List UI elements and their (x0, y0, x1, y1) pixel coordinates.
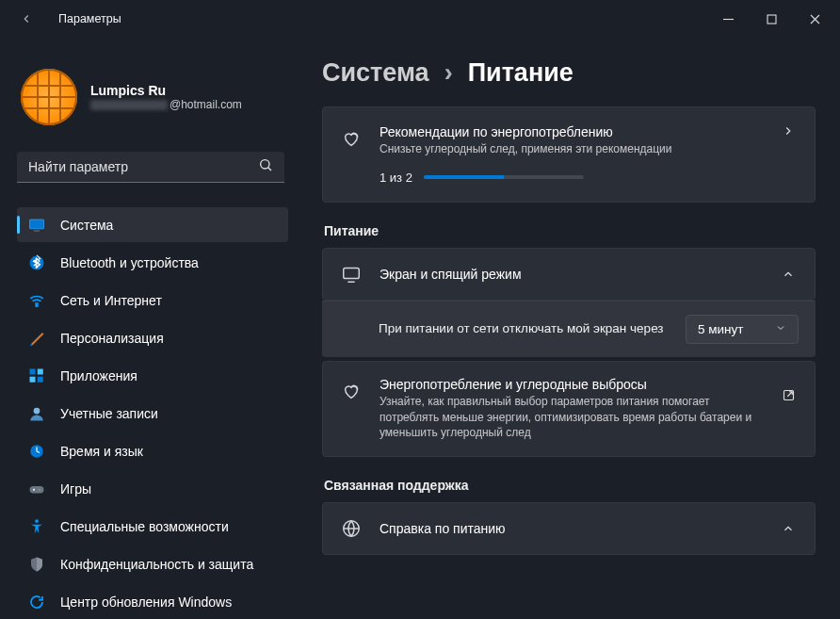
svg-point-11 (34, 407, 40, 414)
sidebar-item-label: Специальные возможности (60, 519, 229, 534)
sidebar-nav: Система Bluetooth и устройства Сеть и Ин… (17, 207, 288, 619)
email-redacted (90, 100, 168, 110)
open-external-icon (779, 388, 798, 402)
section-related-title: Связанная поддержка (324, 478, 814, 493)
sidebar-item-label: Время и язык (60, 444, 143, 459)
svg-rect-8 (38, 368, 43, 374)
window-controls (706, 2, 836, 36)
sidebar: Lumpics Ru @hotmail.com Найти параметр (0, 38, 301, 619)
sidebar-item-system[interactable]: Система (17, 207, 288, 242)
svg-rect-17 (344, 268, 360, 278)
search-input[interactable]: Найти параметр (17, 152, 284, 183)
profile-email: @hotmail.com (90, 98, 242, 111)
svg-rect-2 (30, 220, 44, 229)
screen-off-setting: При питании от сети отключать мой экран … (322, 301, 816, 357)
sidebar-item-label: Игры (60, 481, 91, 497)
apps-icon (28, 367, 45, 384)
screen-sleep-card[interactable]: Экран и спящий режим (322, 248, 816, 301)
globe-icon (341, 518, 362, 539)
page-title: Питание (468, 58, 573, 88)
svg-rect-0 (767, 15, 776, 24)
sidebar-item-network[interactable]: Сеть и Интернет (17, 283, 288, 318)
maximize-button[interactable] (750, 2, 793, 36)
chevron-up-icon (779, 522, 798, 535)
svg-point-15 (39, 488, 40, 490)
card-title: Экран и спящий режим (380, 267, 762, 282)
chevron-right-icon: › (444, 58, 453, 88)
person-icon (28, 405, 45, 422)
sidebar-item-label: Система (60, 218, 113, 233)
svg-point-16 (35, 519, 39, 523)
update-icon (28, 594, 45, 611)
svg-rect-9 (30, 376, 36, 382)
svg-point-1 (261, 160, 269, 169)
search-placeholder: Найти параметр (28, 159, 258, 174)
settings-window: Параметры Lumpics Ru @hotmail.com (0, 0, 840, 619)
sidebar-item-label: Bluetooth и устройства (60, 255, 199, 270)
sidebar-item-label: Приложения (60, 368, 137, 383)
titlebar: Параметры (0, 0, 840, 38)
bluetooth-icon (28, 254, 45, 271)
sidebar-item-label: Сеть и Интернет (60, 293, 162, 308)
breadcrumb: Система › Питание (322, 58, 816, 88)
sidebar-item-gaming[interactable]: Игры (17, 471, 288, 506)
profile-name: Lumpics Ru (90, 83, 242, 98)
back-button[interactable] (17, 9, 36, 28)
svg-rect-13 (30, 486, 44, 494)
svg-rect-7 (30, 368, 36, 374)
sidebar-item-update[interactable]: Центр обновления Windows (17, 584, 288, 619)
card-subtitle: Узнайте, как правильный выбор параметров… (380, 394, 762, 441)
svg-rect-10 (38, 376, 43, 382)
sidebar-item-accessibility[interactable]: Специальные возможности (17, 509, 288, 544)
clock-globe-icon (28, 443, 45, 460)
help-power-card[interactable]: Справка по питанию (322, 502, 816, 555)
svg-rect-4 (34, 230, 40, 232)
energy-carbon-card[interactable]: Энергопотребление и углеродные выбросы У… (322, 361, 816, 457)
monitor-icon (341, 264, 362, 285)
sidebar-item-apps[interactable]: Приложения (17, 358, 288, 393)
card-subtitle: Снизьте углеродный след, применяя эти ре… (380, 141, 762, 157)
paintbrush-icon (28, 330, 45, 347)
shield-icon (28, 556, 45, 573)
window-title: Параметры (58, 12, 121, 25)
leaf-heart-icon (341, 128, 362, 149)
section-power-title: Питание (324, 223, 814, 238)
progress-label: 1 из 2 (380, 171, 412, 185)
chevron-right-icon (779, 124, 798, 138)
sidebar-item-time[interactable]: Время и язык (17, 433, 288, 468)
gamepad-icon (28, 481, 45, 497)
search-icon (258, 157, 273, 176)
main-content: Система › Питание Рекомендации по энерго… (301, 38, 840, 619)
svg-point-14 (33, 488, 35, 490)
breadcrumb-parent[interactable]: Система (322, 58, 429, 88)
card-title: Рекомендации по энергопотреблению (380, 124, 762, 139)
sidebar-item-privacy[interactable]: Конфиденциальность и защита (17, 546, 288, 581)
select-value: 5 минут (698, 322, 743, 336)
monitor-icon (28, 217, 45, 234)
sidebar-item-bluetooth[interactable]: Bluetooth и устройства (17, 245, 288, 280)
wifi-icon (28, 292, 45, 309)
sidebar-item-label: Конфиденциальность и защита (60, 557, 253, 572)
accessibility-icon (28, 518, 45, 535)
screen-off-select[interactable]: 5 минут (686, 315, 799, 344)
close-button[interactable] (793, 2, 836, 36)
minimize-button[interactable] (706, 2, 750, 36)
avatar (21, 69, 77, 125)
progress-bar (424, 175, 584, 179)
leaf-heart-icon (341, 381, 362, 401)
energy-recommendations-card[interactable]: Рекомендации по энергопотреблению Снизьт… (322, 106, 816, 203)
sidebar-item-personalization[interactable]: Персонализация (17, 320, 288, 355)
profile-block[interactable]: Lumpics Ru @hotmail.com (17, 44, 288, 146)
card-title: Энергопотребление и углеродные выбросы (380, 377, 762, 392)
sidebar-item-label: Персонализация (60, 331, 164, 346)
sidebar-item-label: Учетные записи (60, 406, 158, 421)
svg-point-6 (36, 304, 38, 306)
sidebar-item-label: Центр обновления Windows (60, 595, 232, 610)
chevron-down-icon (775, 322, 786, 336)
chevron-up-icon (779, 268, 798, 281)
sidebar-item-accounts[interactable]: Учетные записи (17, 396, 288, 431)
setting-label: При питании от сети отключать мой экран … (379, 320, 669, 338)
card-title: Справка по питанию (380, 521, 762, 536)
progress-fill (424, 175, 504, 179)
